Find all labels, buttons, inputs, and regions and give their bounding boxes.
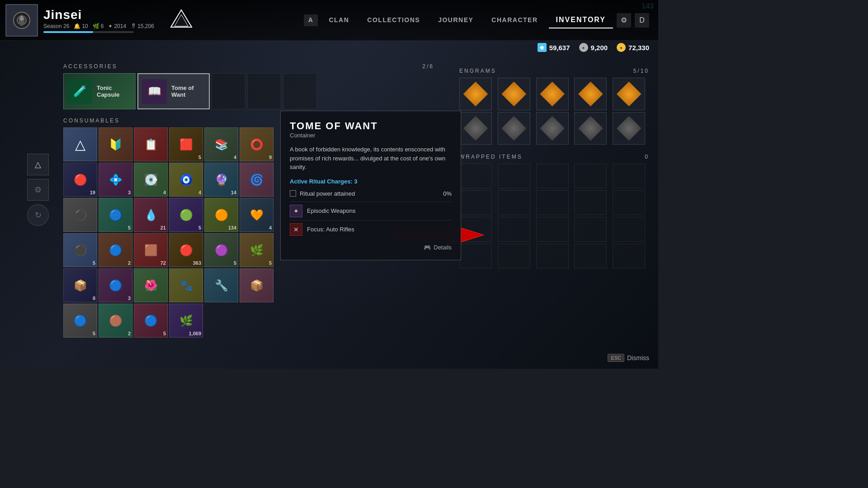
- engram-gray-2[interactable]: [498, 112, 530, 145]
- tonic-name: Tonic Capsule: [97, 84, 132, 98]
- nav-character[interactable]: CHARACTER: [484, 13, 545, 28]
- engram-gray-icon: [463, 116, 488, 141]
- wrapped-label: WRAPPED ITEMS 0: [459, 154, 649, 160]
- engram-gold-3[interactable]: [536, 78, 569, 110]
- consumable-item[interactable]: 💧 21: [134, 198, 168, 232]
- wrapped-slot-19: [574, 244, 607, 268]
- engram-gold-icon: [540, 82, 565, 107]
- item-count: 5: [269, 260, 272, 266]
- consumable-item[interactable]: 📋: [134, 127, 168, 161]
- silver-currency: ● 9,200: [579, 43, 608, 52]
- season-label: Season 26: [43, 23, 69, 29]
- dismiss-key: ESC: [608, 354, 624, 362]
- silver-icon: ●: [579, 43, 588, 52]
- item-count: 14: [231, 190, 236, 195]
- nav-a[interactable]: A: [304, 14, 318, 26]
- perk-name: Episodic Weapons: [307, 207, 355, 214]
- guardian-info: Jinsei Season 26 🔔 10 🌿 6 ✦ 2014 🎖 15,20…: [43, 8, 154, 33]
- item-count: 1,069: [189, 331, 201, 336]
- item-icon: 💽: [134, 163, 167, 196]
- consumable-item[interactable]: 📚 4: [204, 127, 238, 161]
- consumable-item[interactable]: 🌺: [134, 268, 168, 302]
- item-icon: 🔧: [205, 269, 238, 302]
- consumable-item[interactable]: 📦 8: [63, 268, 97, 302]
- engram-gold-icon: [617, 82, 642, 107]
- consumable-item[interactable]: 💠 3: [99, 163, 132, 197]
- item-count: 5: [128, 225, 131, 230]
- consumable-item[interactable]: 📦: [240, 268, 274, 302]
- accessories-label: ACCESSORIES 2/6: [63, 63, 434, 70]
- engram-gray-5[interactable]: [613, 112, 645, 145]
- consumable-item[interactable]: △: [63, 127, 97, 161]
- item-icon: 🟤: [99, 304, 132, 337]
- filter-icon-1[interactable]: △: [27, 154, 49, 175]
- details-button[interactable]: 🎮 Details: [290, 244, 452, 251]
- dismiss-button[interactable]: ESC Dismiss: [608, 354, 649, 362]
- accessory-tonic-capsule[interactable]: 🧪 Tonic Capsule: [63, 73, 136, 109]
- engram-gray-4[interactable]: [574, 112, 607, 145]
- engram-gold-5[interactable]: [613, 78, 645, 110]
- item-icon: 🧡: [240, 198, 273, 231]
- consumable-item[interactable]: 🌿 1,069: [169, 304, 203, 338]
- consumable-item[interactable]: 🔮 14: [204, 163, 238, 197]
- engram-gold-1[interactable]: [459, 78, 492, 110]
- user-icon[interactable]: D: [635, 13, 649, 28]
- consumable-item[interactable]: 🔰: [99, 127, 132, 161]
- consumable-item[interactable]: 🔵 5: [99, 198, 132, 232]
- filter-icon-3[interactable]: ↻: [27, 204, 49, 226]
- guardian-name: Jinsei: [43, 8, 154, 22]
- ritual-power-checkbox[interactable]: [290, 190, 296, 197]
- engram-gray-3[interactable]: [536, 112, 569, 145]
- nav-clan[interactable]: CLAN: [321, 13, 356, 28]
- item-count: 363: [193, 260, 201, 266]
- nav-inventory[interactable]: INVENTORY: [549, 12, 613, 28]
- nav-collections[interactable]: COLLECTIONS: [360, 13, 427, 28]
- consumable-item[interactable]: 🟤 2: [99, 304, 132, 338]
- consumable-item[interactable]: 🧡 4: [240, 198, 274, 232]
- glimmer-icon: ◆: [538, 43, 547, 52]
- consumable-item[interactable]: 🟠 134: [204, 198, 238, 232]
- consumable-item[interactable]: 🔵 5: [134, 304, 168, 338]
- item-icon: 🔰: [99, 128, 132, 161]
- tonic-thumb: 🧪: [67, 79, 92, 104]
- consumable-item[interactable]: 🌿 5: [240, 233, 274, 267]
- consumable-item[interactable]: 🔵 3: [99, 268, 132, 302]
- wrapped-slot-8: [536, 190, 569, 215]
- settings-icon[interactable]: ⚙: [617, 13, 631, 28]
- accessory-tome-of-want[interactable]: 📖 Tome of Want: [137, 73, 210, 109]
- consumable-item[interactable]: 🟥 5: [169, 127, 203, 161]
- consumable-item[interactable]: 🐾: [169, 268, 203, 302]
- bright-currency: ● 72,330: [617, 43, 649, 52]
- consumable-item[interactable]: 🔵 2: [99, 233, 132, 267]
- wrapped-slot-7: [498, 190, 530, 215]
- engram-gold-icon: [501, 82, 526, 107]
- item-count: 2: [128, 331, 131, 336]
- engram-gold-4[interactable]: [574, 78, 607, 110]
- consumable-item[interactable]: 🟣 5: [204, 233, 238, 267]
- consumable-item[interactable]: 🌀: [240, 163, 274, 197]
- engram-gold-icon: [578, 82, 603, 107]
- guardian-season: Season 26 🔔 10 🌿 6 ✦ 2014 🎖 15,206: [43, 23, 154, 29]
- glimmer-value: 59,637: [549, 44, 570, 52]
- consumable-item[interactable]: 🟢 5: [169, 198, 203, 232]
- consumable-item[interactable]: 🧿 4: [169, 163, 203, 197]
- filter-icon-2[interactable]: ⚙: [27, 179, 49, 201]
- wrapped-slot-3: [536, 164, 569, 188]
- item-tooltip: TOME OF WANT Container A book of forbidd…: [280, 111, 461, 260]
- consumable-item[interactable]: 🟫 72: [134, 233, 168, 267]
- consumable-item[interactable]: 💽 4: [134, 163, 168, 197]
- consumable-item[interactable]: 🔴 19: [63, 163, 97, 197]
- wrapped-grid: [459, 164, 649, 268]
- engram-gray-1[interactable]: [459, 112, 492, 145]
- consumable-item[interactable]: 🔴 363: [169, 233, 203, 267]
- consumable-item[interactable]: ⚫: [63, 198, 97, 232]
- item-icon: 🌿: [240, 234, 273, 267]
- nav-journey[interactable]: JOURNEY: [431, 13, 481, 28]
- item-icon: 🌀: [240, 163, 273, 196]
- consumable-item[interactable]: 🔧: [204, 268, 238, 302]
- engram-gray-icon: [617, 116, 642, 141]
- consumable-item[interactable]: ⭕ 9: [240, 127, 274, 161]
- consumable-item[interactable]: 🔵 5: [63, 304, 97, 338]
- engram-gold-2[interactable]: [498, 78, 530, 110]
- consumable-item[interactable]: ⚫ 5: [63, 233, 97, 267]
